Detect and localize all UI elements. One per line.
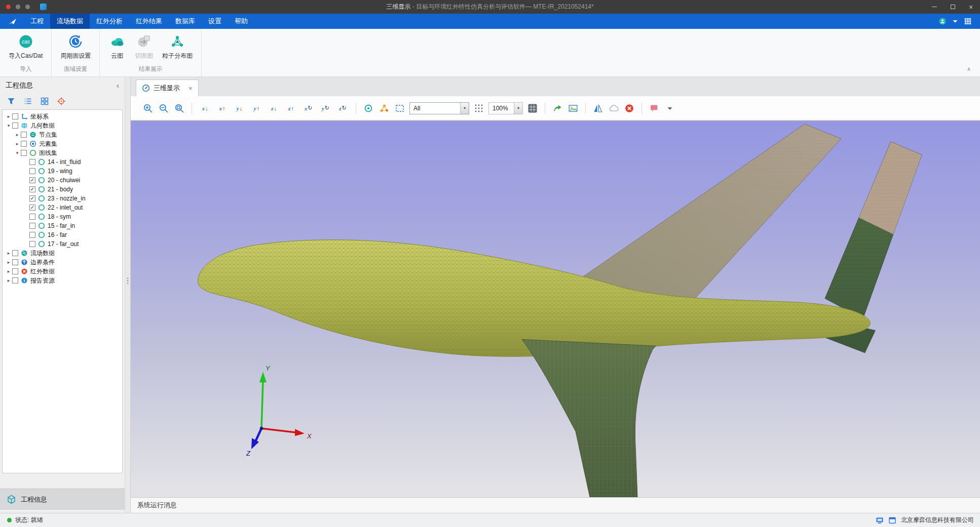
tree-checkbox[interactable]: [29, 159, 35, 165]
entity-filter-select[interactable]: All▾: [409, 102, 469, 114]
tree-checkbox[interactable]: ✓: [29, 177, 35, 183]
project-panel-bottom-tab[interactable]: 工程信息: [0, 489, 125, 510]
zoom-in-icon[interactable]: [142, 102, 154, 114]
tree-expand-icon[interactable]: ▸: [5, 269, 12, 274]
menu-item[interactable]: 帮助: [228, 14, 254, 29]
zoom-extents-icon[interactable]: [173, 102, 185, 114]
tree-checkbox[interactable]: ✓: [29, 195, 35, 201]
shading-mode-icon[interactable]: [473, 102, 485, 114]
tree-expand-icon[interactable]: ▸: [5, 278, 12, 283]
tree-item[interactable]: 15 - far_in: [3, 221, 122, 230]
mirror-icon[interactable]: [592, 102, 604, 114]
tree-expand-icon[interactable]: ▾: [5, 123, 12, 128]
tab-3d-view[interactable]: 三维显示 ×: [136, 79, 199, 96]
tree-expand-icon[interactable]: ▸: [14, 141, 21, 146]
ribbon-button[interactable]: 粒子分布图: [158, 32, 197, 61]
screenshot-icon[interactable]: [567, 102, 579, 114]
filter-icon[interactable]: [7, 97, 16, 106]
tree-checkbox[interactable]: [12, 268, 18, 274]
tree-item[interactable]: ✓22 - inlet_out: [3, 203, 122, 212]
tree-checkbox[interactable]: [21, 141, 27, 147]
tree-expand-icon[interactable]: ▸: [14, 132, 21, 137]
tree-item[interactable]: ✓21 - body: [3, 185, 122, 194]
message-panel-header[interactable]: 系统运行消息: [131, 497, 980, 513]
tree-checkbox[interactable]: [21, 150, 27, 156]
tree-item[interactable]: 19 - wing: [3, 167, 122, 176]
status-window-icon[interactable]: [888, 516, 896, 524]
tree-checkbox[interactable]: [12, 123, 18, 129]
tree-item[interactable]: ▾几何数据: [3, 121, 122, 130]
view-z-down-icon[interactable]: z↓: [267, 103, 281, 114]
tree-checkbox[interactable]: [21, 132, 27, 138]
tree-item[interactable]: ▸坐标系: [3, 112, 122, 121]
tree-item[interactable]: ▸流场数据: [3, 249, 122, 258]
tab-close-icon[interactable]: ×: [189, 85, 193, 92]
view-y-up-icon[interactable]: y↑: [250, 103, 263, 114]
tree-item[interactable]: ▸节点集: [3, 130, 122, 139]
ribbon-collapse-icon[interactable]: ∧: [958, 66, 980, 76]
status-display-icon[interactable]: [876, 516, 884, 524]
menu-item[interactable]: 设置: [202, 14, 228, 29]
minimize-button[interactable]: [925, 0, 944, 14]
tree-item[interactable]: 18 - sym: [3, 212, 122, 221]
tree-item[interactable]: ▸边界条件: [3, 258, 122, 267]
tree-item[interactable]: ▸报告资源: [3, 276, 122, 285]
tree-checkbox[interactable]: [12, 277, 18, 283]
tree-checkbox[interactable]: [29, 168, 35, 174]
tree-checkbox[interactable]: [29, 223, 35, 229]
tree-expand-icon[interactable]: ▸: [5, 114, 12, 119]
view-y-down-icon[interactable]: y↓: [233, 103, 246, 114]
grid-toggle-icon[interactable]: [526, 102, 539, 114]
menu-item[interactable]: 工程: [24, 14, 50, 29]
tree-checkbox[interactable]: [12, 250, 18, 256]
zoom-out-icon[interactable]: [158, 102, 170, 114]
ribbon-button[interactable]: 周期面设置: [56, 32, 95, 61]
apps-grid-icon[interactable]: [964, 17, 972, 25]
menu-item[interactable]: 流场数据: [50, 14, 90, 29]
node-display-icon[interactable]: [378, 102, 390, 114]
menu-caret-icon[interactable]: [951, 17, 959, 25]
combo-caret-icon[interactable]: ▾: [460, 103, 469, 114]
tree-item[interactable]: ✓23 - nozzle_in: [3, 194, 122, 203]
account-icon[interactable]: [938, 17, 947, 25]
tree-expand-icon[interactable]: ▾: [14, 150, 21, 155]
tree-checkbox[interactable]: ✓: [29, 186, 35, 192]
maximize-button[interactable]: [944, 0, 962, 14]
view-x-up-icon[interactable]: x↑: [215, 103, 229, 114]
section-plane-caret-icon[interactable]: [664, 102, 676, 114]
tree-checkbox[interactable]: [29, 214, 35, 220]
locate-icon[interactable]: [57, 97, 66, 106]
titlebar-dot-red-icon[interactable]: [6, 5, 11, 9]
view-z-up-icon[interactable]: z↑: [284, 103, 298, 114]
tree-item[interactable]: 16 - far: [3, 230, 122, 239]
tree-item[interactable]: 14 - int_fluid: [3, 157, 122, 167]
menu-item[interactable]: 红外分析: [90, 14, 129, 29]
tree-checkbox[interactable]: [29, 232, 35, 238]
zoom-level-select[interactable]: 100%▾: [488, 102, 523, 114]
tree-expand-icon[interactable]: ▸: [5, 251, 12, 256]
viewport-3d[interactable]: X Y Z: [131, 120, 980, 497]
tree-checkbox[interactable]: [29, 241, 35, 247]
section-plane-icon[interactable]: [648, 102, 660, 114]
export-view-icon[interactable]: [551, 102, 563, 114]
tree-item[interactable]: ▾面线集: [3, 148, 122, 157]
view-x-down-icon[interactable]: x↓: [198, 103, 212, 114]
ribbon-button[interactable]: 云图: [104, 32, 130, 61]
probe-point-icon[interactable]: [362, 102, 374, 114]
rotate-y-icon[interactable]: y↻: [319, 103, 332, 114]
clear-view-icon[interactable]: [623, 102, 635, 114]
menu-item[interactable]: 数据库: [169, 14, 202, 29]
cloud-display-icon[interactable]: [608, 102, 620, 114]
grid-view-icon[interactable]: [40, 97, 49, 106]
panel-collapse-icon[interactable]: ‹: [117, 82, 119, 89]
close-button[interactable]: ×: [962, 0, 980, 14]
tree-checkbox[interactable]: [12, 113, 18, 119]
rotate-x-icon[interactable]: x↻: [301, 103, 315, 114]
panel-splitter[interactable]: •••: [125, 77, 131, 513]
titlebar-dot-icon[interactable]: [16, 5, 20, 9]
rotate-z-icon[interactable]: z↻: [336, 103, 350, 114]
tree-checkbox[interactable]: [12, 259, 18, 265]
ribbon-button[interactable]: cas导入Cas/Dat: [4, 32, 47, 61]
menu-item[interactable]: 红外结果: [129, 14, 169, 29]
titlebar-dot-icon[interactable]: [25, 5, 30, 9]
